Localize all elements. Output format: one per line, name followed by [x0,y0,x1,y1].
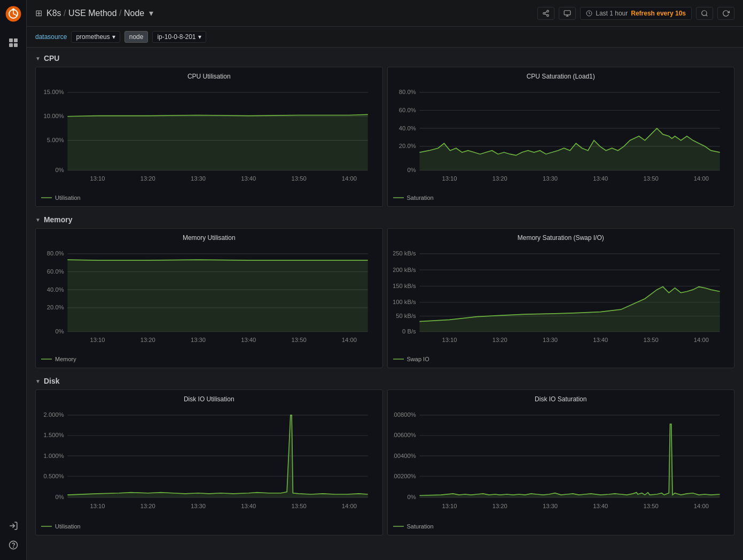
svg-text:14:00: 14:00 [342,337,357,343]
breadcrumb: K8s / USE Method / Node ▾ [46,8,153,18]
svg-line-17 [545,11,547,12]
topbar: ⊞ K8s / USE Method / Node ▾ [27,0,743,27]
svg-text:200 kB/s: 200 kB/s [393,267,416,273]
svg-text:14:00: 14:00 [693,503,708,509]
cpu-saturation-panel: CPU Saturation (Load1) 80.0% 60.0% 40.0%… [387,67,735,207]
svg-text:0 B/s: 0 B/s [402,328,416,335]
svg-text:13:10: 13:10 [442,337,457,343]
memory-section: ▼ Memory Memory Utilisation 80.0% 60.0% … [35,215,734,368]
svg-text:20.0%: 20.0% [398,143,416,149]
share-button[interactable] [537,7,554,20]
topbar-right: Last 1 hour Refresh every 10s [537,7,734,20]
dropdown-chevron-icon[interactable]: ▾ [149,9,153,18]
svg-text:60.0%: 60.0% [398,107,416,113]
memory-section-header[interactable]: ▼ Memory [35,215,734,224]
svg-text:13:40: 13:40 [241,175,256,182]
cpu-utilisation-svg: 15.00% 10.00% 5.00% 0% 13:10 13:20 [41,83,377,191]
disk-saturation-panel: Disk IO Saturation 0.00800% 0.00600% 0.0… [387,390,735,535]
node-chevron-icon: ▾ [198,33,201,41]
svg-text:14:00: 14:00 [342,175,357,182]
disk-saturation-title: Disk IO Saturation [393,395,729,403]
disk-utilisation-svg: 2.000% 1.500% 1.000% 0.500% 0% 13:10 13:… [41,406,377,520]
refresh-button[interactable] [717,7,734,20]
svg-point-14 [543,12,545,14]
sidebar [0,0,27,560]
memory-charts-row: Memory Utilisation 80.0% 60.0% 40.0% 20.… [35,228,734,368]
svg-text:13:10: 13:10 [90,503,105,509]
disk-utilisation-legend: Utilisation [41,523,377,530]
sidebar-dashboards-icon[interactable] [7,36,20,49]
time-range-picker[interactable]: Last 1 hour Refresh every 10s [580,7,692,20]
help-icon[interactable] [7,539,20,551]
refresh-label: Refresh every 10s [631,10,686,17]
memory-saturation-title: Memory Saturation (Swap I/O) [393,234,729,242]
svg-line-16 [545,13,547,14]
time-range-label: Last 1 hour [596,10,628,17]
disk-utilisation-chart: 2.000% 1.500% 1.000% 0.500% 0% 13:10 13:… [41,406,377,520]
svg-text:0.500%: 0.500% [44,473,64,479]
svg-text:50 kB/s: 50 kB/s [396,313,416,319]
svg-text:13:40: 13:40 [593,175,608,182]
cpu-section-header[interactable]: ▼ CPU [35,54,734,63]
cpu-saturation-svg: 80.0% 60.0% 40.0% 20.0% 0% 13:10 13:20 [393,83,729,191]
svg-text:40.0%: 40.0% [47,286,64,293]
svg-text:1.000%: 1.000% [44,453,64,459]
grafana-logo[interactable] [5,5,22,22]
svg-text:0.00200%: 0.00200% [393,473,416,479]
svg-rect-9 [14,43,18,47]
svg-text:13:50: 13:50 [643,175,658,182]
svg-text:13:20: 13:20 [492,337,507,343]
disk-collapse-icon: ▼ [35,378,41,384]
svg-text:0.00600%: 0.00600% [393,432,416,438]
memory-utilisation-panel: Memory Utilisation 80.0% 60.0% 40.0% 20.… [35,228,383,368]
node-select[interactable]: ip-10-0-8-201 ▾ [152,31,206,43]
memory-saturation-chart: 250 kB/s 200 kB/s 150 kB/s 100 kB/s 50 k… [393,245,729,353]
node-filter-label: node [124,31,148,43]
svg-text:13:10: 13:10 [90,175,105,182]
memory-section-title: Memory [44,215,73,224]
svg-text:13:10: 13:10 [90,337,105,343]
tv-mode-button[interactable] [559,7,576,20]
svg-point-13 [547,10,549,12]
signin-icon[interactable] [7,519,20,532]
datasource-select[interactable]: prometheus ▾ [71,31,120,43]
svg-rect-7 [14,38,18,42]
memory-saturation-legend: Swap IO [393,356,729,362]
disk-section: ▼ Disk Disk IO Utilisation 2.000% 1.500%… [35,377,734,535]
memory-utilisation-legend: Memory [41,356,377,362]
cpu-utilisation-panel: CPU Utilisation 15.00% 10.00% 5.00% 0% [35,67,383,207]
utilisation-legend-line [41,197,52,198]
disk-util-legend-line [41,526,52,527]
svg-text:250 kB/s: 250 kB/s [393,250,416,256]
svg-rect-6 [9,38,13,42]
svg-text:13:50: 13:50 [643,503,658,509]
svg-point-15 [547,14,549,17]
svg-text:60.0%: 60.0% [47,268,64,275]
cpu-saturation-legend: Saturation [393,195,729,201]
datasource-chevron-icon: ▾ [112,33,115,41]
disk-charts-row: Disk IO Utilisation 2.000% 1.500% 1.000%… [35,390,734,535]
svg-text:14:00: 14:00 [693,337,708,343]
disk-saturation-chart: 0.00800% 0.00600% 0.00400% 0.00200% 0% 1… [393,406,729,520]
svg-point-2 [12,9,14,11]
svg-text:13:30: 13:30 [543,175,558,182]
svg-text:13:10: 13:10 [442,503,457,509]
svg-text:13:20: 13:20 [492,175,507,182]
svg-text:13:20: 13:20 [140,175,155,182]
topbar-left: ⊞ K8s / USE Method / Node ▾ [35,8,153,18]
svg-text:13:40: 13:40 [593,337,608,343]
memory-legend-label: Memory [55,356,76,362]
svg-text:13:40: 13:40 [593,503,608,509]
memory-collapse-icon: ▼ [35,217,41,223]
saturation-legend-label: Saturation [407,195,434,201]
swapio-legend-label: Swap IO [407,356,429,362]
svg-text:5.00%: 5.00% [47,137,64,143]
svg-text:15.00%: 15.00% [44,89,64,95]
svg-text:13:40: 13:40 [241,337,256,343]
search-button[interactable] [696,7,713,20]
svg-text:100 kB/s: 100 kB/s [393,299,416,305]
svg-text:80.0%: 80.0% [47,250,64,256]
disk-saturation-svg: 0.00800% 0.00600% 0.00400% 0.00200% 0% 1… [393,406,729,520]
disk-section-header[interactable]: ▼ Disk [35,377,734,385]
svg-text:0%: 0% [55,167,64,173]
